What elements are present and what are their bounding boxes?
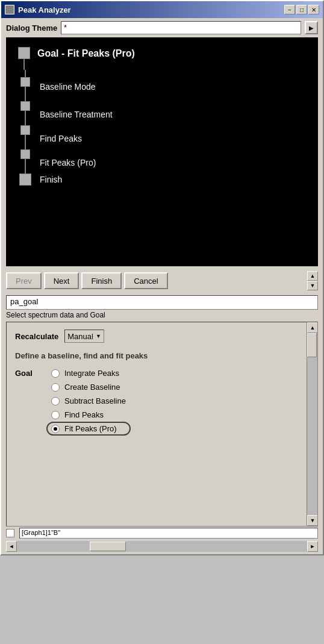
scroll-up-button[interactable]: ▲ <box>307 271 318 281</box>
workflow-item-2[interactable]: Baseline Treatment <box>40 110 113 119</box>
workflow-item-3[interactable]: Find Peaks <box>40 134 82 143</box>
minimize-button[interactable]: − <box>284 5 295 14</box>
goal-label: Goal <box>15 369 45 433</box>
finish-button[interactable]: Finish <box>81 272 122 289</box>
radio-integrate-peaks-label: Integrate Peaks <box>64 369 119 378</box>
bottom-text-field[interactable]: [Graph1]1"B" <box>19 528 318 539</box>
radio-find-peaks-button[interactable] <box>51 411 60 419</box>
content-panel: Recalculate Manual ▼ Define a baseline, … <box>6 322 318 527</box>
radio-fit-peaks-pro-label: Fit Peaks (Pro) <box>64 424 117 433</box>
scroll-down-button[interactable]: ▼ <box>307 281 318 290</box>
scrollbar-down-button[interactable]: ▼ <box>307 515 318 526</box>
goal-section: Goal Integrate Peaks Create Baseline <box>15 369 298 433</box>
radio-create-baseline-button[interactable] <box>51 383 60 392</box>
workflow-title: Goal - Fit Peaks (Pro) <box>37 48 135 59</box>
status-input-bar: pa_goal <box>6 295 318 310</box>
dialog-theme-bar: Dialog Theme ▶ <box>1 18 323 37</box>
recalculate-dropdown[interactable]: Manual ▼ <box>64 330 104 343</box>
radio-subtract-baseline-label: Subtract Baseline <box>64 396 126 405</box>
hscroll-thumb[interactable] <box>90 542 126 551</box>
scrollbar-thumb[interactable] <box>307 333 317 357</box>
radio-create-baseline-label: Create Baseline <box>64 383 120 392</box>
dialog-theme-arrow[interactable]: ▶ <box>305 21 318 34</box>
content-scrollbar: ▲ ▼ <box>307 322 317 526</box>
hscroll-right-button[interactable]: ► <box>307 541 318 552</box>
maximize-button[interactable]: □ <box>296 5 307 14</box>
scrollbar-up-button[interactable]: ▲ <box>307 322 318 333</box>
nav-scroll: ▲ ▼ <box>307 271 318 290</box>
workflow-item-4[interactable]: Fit Peaks (Pro) <box>40 158 96 167</box>
workflow-box-top <box>18 47 30 59</box>
goal-radio-list: Integrate Peaks Create Baseline Subtract… <box>51 369 126 433</box>
prev-button[interactable]: Prev <box>6 272 42 289</box>
radio-fit-peaks-pro-button[interactable] <box>51 425 60 433</box>
dialog-theme-input[interactable] <box>61 21 301 34</box>
bottom-input-row: [Graph1]1"B" <box>1 527 323 540</box>
workflow-panel: Goal - Fit Peaks (Pro) Baseline Mode Bas… <box>6 37 318 266</box>
radio-integrate-peaks-button[interactable] <box>51 369 60 378</box>
cancel-button[interactable]: Cancel <box>124 272 167 289</box>
workflow-box-1 <box>20 77 30 87</box>
workflow-box-3 <box>20 125 30 135</box>
recalculate-label: Recalculate <box>15 332 58 341</box>
scrollbar-track <box>307 333 317 515</box>
next-button[interactable]: Next <box>44 272 79 289</box>
radio-dot <box>54 427 57 431</box>
workflow-box-4 <box>20 149 30 159</box>
content-inner: Recalculate Manual ▼ Define a baseline, … <box>7 322 307 526</box>
workflow-box-finish <box>19 174 31 186</box>
hscroll-track <box>17 541 307 552</box>
radio-subtract-baseline[interactable]: Subtract Baseline <box>51 396 126 405</box>
recalculate-row: Recalculate Manual ▼ <box>15 330 298 343</box>
hscrollbar-row: ◄ ► <box>6 541 318 552</box>
radio-integrate-peaks[interactable]: Integrate Peaks <box>51 369 126 378</box>
window-title: Peak Analyzer <box>18 5 284 14</box>
workflow-box-2 <box>20 101 30 111</box>
title-bar-buttons: − □ ✕ <box>284 5 319 14</box>
title-bar: Peak Analyzer − □ ✕ <box>1 1 323 18</box>
status-input-value: pa_goal <box>10 297 38 306</box>
dialog-theme-label: Dialog Theme <box>6 23 57 33</box>
workflow-item-1[interactable]: Baseline Mode <box>40 82 96 92</box>
close-button[interactable]: ✕ <box>308 5 319 14</box>
bottom-checkbox[interactable] <box>6 529 14 537</box>
radio-fit-peaks-pro[interactable]: Fit Peaks (Pro) <box>51 424 126 433</box>
workflow-item-finish[interactable]: Finish <box>40 175 62 184</box>
radio-find-peaks[interactable]: Find Peaks <box>51 410 126 419</box>
nav-bar: Prev Next Finish Cancel ▲ ▼ <box>1 266 323 295</box>
recalculate-selected: Manual <box>67 332 93 341</box>
radio-create-baseline[interactable]: Create Baseline <box>51 383 126 392</box>
radio-find-peaks-label: Find Peaks <box>64 410 104 419</box>
title-bar-icon <box>5 5 14 14</box>
radio-subtract-baseline-button[interactable] <box>51 397 60 405</box>
status-description: Select spectrum data and Goal <box>6 311 318 319</box>
dropdown-arrow-icon: ▼ <box>96 333 101 339</box>
section-title: Define a baseline, find and fit peaks <box>15 351 298 360</box>
main-window: Peak Analyzer − □ ✕ Dialog Theme ▶ Goal … <box>0 0 324 555</box>
hscroll-left-button[interactable]: ◄ <box>6 541 17 552</box>
